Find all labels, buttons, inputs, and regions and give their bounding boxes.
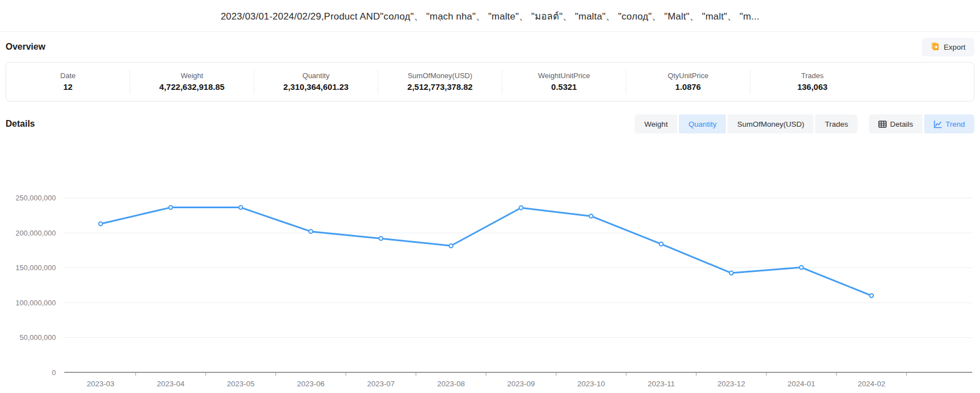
trend-chart-icon [934, 120, 942, 128]
svg-text:0: 0 [52, 368, 56, 377]
overview-heading: Overview [6, 42, 45, 52]
export-button[interactable]: Export [922, 38, 974, 56]
view-tab-details[interactable]: Details [869, 114, 922, 133]
svg-text:2023-06: 2023-06 [297, 380, 325, 388]
table-icon [878, 120, 887, 128]
view-tab-label: Details [890, 120, 913, 128]
stat-label: QtyUnitPrice [668, 71, 708, 81]
metric-tab-label: SumOfMoney(USD) [737, 120, 804, 128]
stat-value: 2,310,364,601.23 [283, 81, 349, 93]
svg-text:50,000,000: 50,000,000 [20, 333, 56, 342]
svg-text:150,000,000: 150,000,000 [16, 263, 56, 272]
details-heading: Details [6, 119, 35, 129]
svg-text:2024-01: 2024-01 [788, 380, 816, 388]
stat-value: 1.0876 [675, 81, 701, 93]
stat-label: Trades [801, 71, 824, 81]
export-file-icon [931, 42, 940, 52]
details-tab-bar: WeightQuantitySumOfMoney(USD)TradesDetai… [635, 114, 974, 133]
stat-col-trades: Trades136,063 [750, 70, 874, 94]
stat-label: WeightUnitPrice [538, 71, 590, 81]
metric-tab-sumofmoney-usd-[interactable]: SumOfMoney(USD) [727, 114, 814, 133]
details-header-row: Details WeightQuantitySumOfMoney(USD)Tra… [0, 114, 980, 134]
page-header: 2023/03/01-2024/02/29,Product AND"солод"… [0, 0, 980, 32]
stat-col-qtyunitprice: QtyUnitPrice1.0876 [626, 70, 750, 94]
metric-tab-quantity[interactable]: Quantity [679, 114, 726, 133]
stat-label: Date [60, 71, 75, 81]
stat-value: 2,512,773,378.82 [407, 81, 473, 93]
page-title: 2023/03/01-2024/02/29,Product AND"солод"… [221, 8, 759, 23]
trend-line-chart[interactable]: 050,000,000100,000,000150,000,000200,000… [0, 135, 980, 393]
stat-col-weight: Weight4,722,632,918.85 [130, 70, 254, 94]
metric-tab-label: Quantity [688, 120, 716, 128]
stat-label: SumOfMoney(USD) [408, 71, 473, 81]
svg-text:2023-08: 2023-08 [437, 380, 465, 388]
overview-stats-card: Date12Weight4,722,632,918.85Quantity2,31… [6, 62, 974, 102]
svg-text:2023-11: 2023-11 [648, 380, 675, 388]
svg-text:2023-12: 2023-12 [717, 380, 745, 388]
metric-tab-label: Trades [825, 120, 848, 128]
view-tab-trend[interactable]: Trend [924, 114, 974, 133]
svg-text:2023-07: 2023-07 [367, 380, 395, 388]
svg-text:2023-03: 2023-03 [87, 380, 115, 388]
metric-tab-label: Weight [644, 120, 668, 128]
metric-tab-weight[interactable]: Weight [635, 114, 677, 133]
stat-label: Quantity [302, 71, 329, 81]
overview-header-row: Overview Export [0, 32, 980, 62]
metric-tab-trades[interactable]: Trades [815, 114, 858, 133]
svg-text:2024-02: 2024-02 [858, 380, 886, 388]
stat-value: 4,722,632,918.85 [159, 81, 225, 93]
svg-text:100,000,000: 100,000,000 [16, 299, 56, 307]
stat-col-weightunitprice: WeightUnitPrice0.5321 [502, 70, 626, 94]
stat-col-sumofmoney-usd-: SumOfMoney(USD)2,512,773,378.82 [378, 70, 502, 94]
stat-col-quantity: Quantity2,310,364,601.23 [254, 70, 378, 94]
svg-text:2023-10: 2023-10 [577, 380, 605, 388]
view-tab-label: Trend [945, 120, 965, 128]
svg-text:2023-05: 2023-05 [227, 380, 255, 388]
svg-text:250,000,000: 250,000,000 [16, 194, 56, 202]
stat-value: 0.5321 [551, 81, 577, 93]
svg-text:200,000,000: 200,000,000 [16, 229, 56, 237]
export-button-label: Export [944, 43, 965, 51]
svg-text:2023-04: 2023-04 [157, 380, 185, 388]
stat-value: 12 [63, 81, 73, 93]
stat-label: Weight [180, 71, 203, 81]
stat-col-date: Date12 [6, 70, 130, 94]
svg-text:2023-09: 2023-09 [507, 380, 535, 388]
stat-value: 136,063 [797, 81, 827, 93]
